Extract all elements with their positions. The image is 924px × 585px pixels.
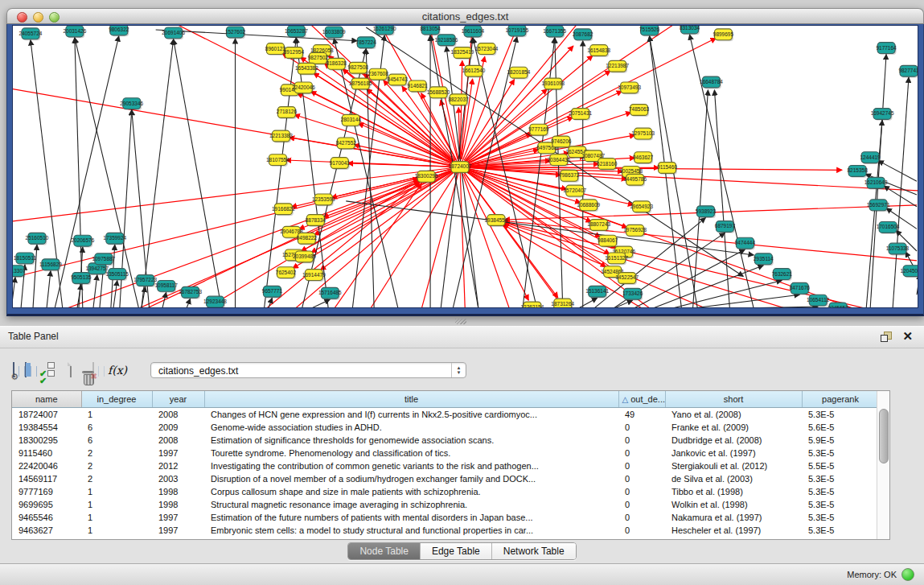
- column-header[interactable]: short: [665, 391, 802, 408]
- table-row[interactable]: 1938455462009Genome-wide association stu…: [12, 421, 879, 434]
- panel-resize-grip[interactable]: [455, 319, 466, 324]
- column-header[interactable]: year: [152, 391, 204, 408]
- window-titlebar[interactable]: citations_edges.txt: [6, 8, 924, 24]
- table-row[interactable]: 911546021997Tourette syndrome. Phenomeno…: [12, 447, 879, 459]
- table-cell[interactable]: 1998: [152, 485, 204, 498]
- table-cell[interactable]: Estimation of significance thresholds fo…: [204, 434, 618, 447]
- table-cell[interactable]: 5.3E-5: [802, 472, 879, 485]
- table-cell[interactable]: 5.9E-5: [802, 434, 879, 447]
- table-cell[interactable]: 5.3E-5: [802, 485, 879, 498]
- table-cell[interactable]: 49: [618, 408, 665, 422]
- float-panel-icon[interactable]: [881, 332, 892, 342]
- table-cell[interactable]: 0: [618, 434, 665, 447]
- network-graph[interactable]: 1872400718300295193845542405572420031426…: [13, 26, 918, 307]
- function-builder-button[interactable]: f(x): [108, 364, 127, 377]
- table-cell[interactable]: 18724007: [12, 408, 81, 422]
- table-cell[interactable]: 9115460: [12, 447, 81, 459]
- table-cell[interactable]: Stergiakouli et al. (2012): [665, 459, 802, 472]
- table-cell[interactable]: Disruption of a novel member of a sodium…: [204, 472, 618, 485]
- row-height-button[interactable]: [47, 362, 55, 378]
- table-row[interactable]: 969969511998Structural magnetic resonanc…: [12, 498, 879, 511]
- column-header[interactable]: △out_de...: [618, 391, 665, 408]
- table-cell[interactable]: Hescheler et al. (1997): [665, 524, 802, 537]
- column-header[interactable]: name: [12, 391, 81, 408]
- table-row[interactable]: 1456911722003Disruption of a novel membe…: [12, 472, 879, 485]
- column-header[interactable]: pagerank: [802, 391, 879, 408]
- table-cell[interactable]: Yano et al. (2008): [665, 408, 802, 422]
- table-cell[interactable]: 0: [618, 472, 665, 485]
- table-cell[interactable]: 0: [618, 524, 665, 537]
- scrollbar-thumb[interactable]: [879, 409, 889, 463]
- table-cell[interactable]: 5.3E-5: [802, 408, 879, 422]
- table-cell[interactable]: 0: [618, 459, 665, 472]
- table-cell[interactable]: 9463627: [12, 524, 81, 537]
- table-row[interactable]: 946554611997Estimation of the future num…: [12, 511, 879, 524]
- table-cell[interactable]: Embryonic stem cells: a model to study s…: [204, 524, 618, 537]
- column-header[interactable]: in_degree: [81, 391, 152, 408]
- table-cell[interactable]: 5.3E-5: [802, 524, 879, 537]
- table-cell[interactable]: 6: [81, 434, 152, 447]
- table-cell[interactable]: 0: [618, 447, 665, 459]
- tab-edge-table[interactable]: Edge Table: [421, 543, 492, 559]
- table-cell[interactable]: 2: [81, 447, 152, 459]
- table-cell[interactable]: 19384554: [12, 421, 81, 434]
- close-panel-icon[interactable]: ✕: [902, 329, 913, 344]
- table-cell[interactable]: Franke et al. (2009): [665, 421, 802, 434]
- table-cell[interactable]: 9699695: [12, 498, 81, 511]
- table-scrollbar[interactable]: [877, 391, 889, 539]
- table-cell[interactable]: de Silva et al. (2003): [665, 472, 802, 485]
- table-cell[interactable]: Estimation of the future numbers of pati…: [204, 511, 618, 524]
- table-cell[interactable]: 1: [81, 524, 152, 537]
- table-cell[interactable]: 22420046: [12, 459, 81, 472]
- table-row[interactable]: 977716911998Corpus callosum shape and si…: [12, 485, 879, 498]
- table-cell[interactable]: 0: [618, 485, 665, 498]
- table-cell[interactable]: 0: [618, 511, 665, 524]
- table-cell[interactable]: Jankovic et al. (1997): [665, 447, 802, 459]
- table-row[interactable]: 1830029562008Estimation of significance …: [12, 434, 879, 447]
- table-cell[interactable]: 1997: [152, 511, 204, 524]
- table-cell[interactable]: 5.3E-5: [802, 447, 879, 459]
- table-cell[interactable]: 2012: [152, 459, 204, 472]
- table-cell[interactable]: 5.3E-5: [802, 511, 879, 524]
- table-cell[interactable]: 2: [81, 459, 152, 472]
- table-cell[interactable]: Dudbridge et al. (2008): [665, 434, 802, 447]
- show-columns-button[interactable]: [25, 363, 27, 377]
- table-cell[interactable]: 14569117: [12, 472, 81, 485]
- table-cell[interactable]: 6: [81, 421, 152, 434]
- table-cell[interactable]: 5.3E-5: [802, 498, 879, 511]
- table-cell[interactable]: 0: [618, 421, 665, 434]
- table-cell[interactable]: Tibbo et al. (1998): [665, 485, 802, 498]
- table-cell[interactable]: 1998: [152, 498, 204, 511]
- table-cell[interactable]: 2009: [152, 421, 204, 434]
- table-cell[interactable]: 1: [81, 408, 152, 422]
- table-cell[interactable]: 5.5E-5: [802, 459, 879, 472]
- table-cell[interactable]: 1: [81, 498, 152, 511]
- table-cell[interactable]: 1: [81, 511, 152, 524]
- table-cell[interactable]: Wolkin et al. (1998): [665, 498, 802, 511]
- table-cell[interactable]: Genome-wide association studies in ADHD.: [204, 421, 618, 434]
- table-cell[interactable]: 2: [81, 472, 152, 485]
- table-cell[interactable]: 1: [81, 485, 152, 498]
- table-row[interactable]: 946362711997Embryonic stem cells: a mode…: [12, 524, 879, 537]
- table-cell[interactable]: 2008: [152, 434, 204, 447]
- table-cell[interactable]: 0: [618, 498, 665, 511]
- table-settings-button[interactable]: ⚙: [13, 363, 14, 377]
- tab-network-table[interactable]: Network Table: [492, 543, 576, 559]
- tab-node-table[interactable]: Node Table: [348, 543, 421, 559]
- table-row[interactable]: 1872400712008Changes of HCN gene express…: [12, 408, 879, 422]
- table-row[interactable]: 2242004622012Investigating the contribut…: [12, 459, 879, 472]
- table-cell[interactable]: Structural magnetic resonance image aver…: [204, 498, 618, 511]
- table-cell[interactable]: 2003: [152, 472, 204, 485]
- table-cell[interactable]: 1997: [152, 447, 204, 459]
- table-cell[interactable]: Tourette syndrome. Phenomenology and cla…: [204, 447, 618, 459]
- table-cell[interactable]: Changes of HCN gene expression and I(f) …: [204, 408, 618, 422]
- table-cell[interactable]: 2008: [152, 408, 204, 422]
- create-column-button[interactable]: [70, 363, 72, 377]
- table-cell[interactable]: Corpus callosum shape and size in male p…: [204, 485, 618, 498]
- table-chooser-dropdown[interactable]: citations_edges.txt ▲▼: [150, 362, 466, 378]
- memory-ok-icon[interactable]: [901, 568, 914, 581]
- table-cell[interactable]: 18300295: [12, 434, 81, 447]
- column-header[interactable]: title: [204, 391, 618, 408]
- table-cell[interactable]: 1997: [152, 524, 204, 537]
- table-cell[interactable]: Investigating the contribution of common…: [204, 459, 618, 472]
